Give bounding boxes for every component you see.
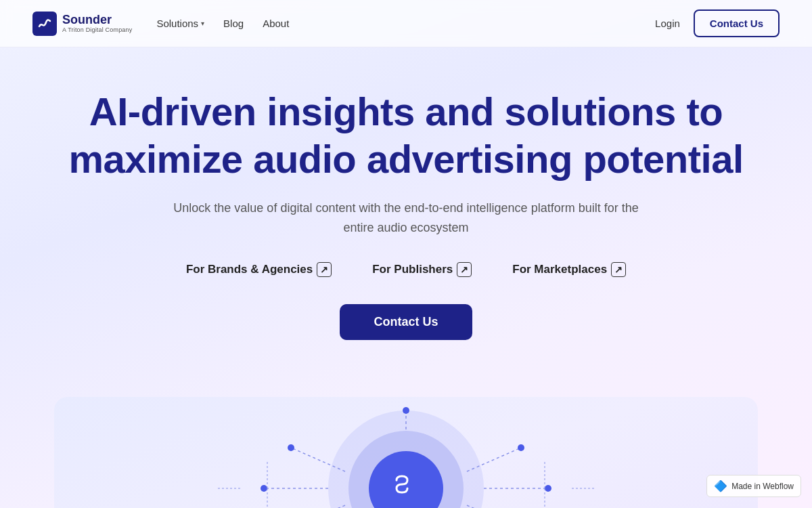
logo-link[interactable]: Sounder A Triton Digital Company <box>32 12 132 36</box>
nav-contact-button[interactable]: Contact Us <box>694 9 780 37</box>
svg-point-23 <box>403 407 409 414</box>
svg-point-7 <box>288 444 294 451</box>
cta-publishers-link[interactable]: For Publishers ↗ <box>372 262 472 277</box>
diagram-section <box>54 397 758 508</box>
logo-name: Sounder <box>62 14 132 27</box>
login-link[interactable]: Login <box>655 18 680 29</box>
cta-brands-label: For Brands & Agencies <box>186 263 313 276</box>
cta-marketplaces-label: For Marketplaces <box>512 263 607 276</box>
cta-links-row: For Brands & Agencies ↗ For Publishers ↗… <box>54 262 758 277</box>
webflow-badge: 🔷 Made in Webflow <box>706 475 801 497</box>
network-diagram <box>135 400 677 508</box>
nav-right: Login Contact Us <box>655 9 780 37</box>
svg-point-13 <box>518 444 524 451</box>
solutions-dropdown-arrow: ▾ <box>201 20 204 27</box>
hero-title-line2: maximize audio advertising potential <box>68 137 743 181</box>
nav-links: Solutions ▾ Blog About <box>156 18 289 29</box>
cta-publishers-label: For Publishers <box>372 263 453 276</box>
publishers-arrow-icon: ↗ <box>457 262 472 277</box>
logo-text: Sounder A Triton Digital Company <box>62 14 132 34</box>
nav-left: Sounder A Triton Digital Company Solutio… <box>32 12 289 36</box>
logo-icon <box>32 12 57 36</box>
hero-title: AI-driven insights and solutions to maxi… <box>54 88 758 182</box>
nav-about[interactable]: About <box>263 18 289 29</box>
hero-contact-button[interactable]: Contact Us <box>340 304 472 340</box>
webflow-badge-label: Made in Webflow <box>731 482 794 491</box>
cta-brands-link[interactable]: For Brands & Agencies ↗ <box>186 262 332 277</box>
svg-point-5 <box>261 485 267 492</box>
nav-blog[interactable]: Blog <box>223 18 244 29</box>
nav-solutions[interactable]: Solutions ▾ <box>156 18 204 29</box>
svg-point-11 <box>545 485 551 492</box>
hero-subtitle: Unlock the value of digital content with… <box>162 198 650 238</box>
logo-subtitle: A Triton Digital Company <box>62 26 132 33</box>
webflow-logo-icon: 🔷 <box>714 480 727 492</box>
hero-section: AI-driven insights and solutions to maxi… <box>0 47 812 397</box>
brands-arrow-icon: ↗ <box>317 262 332 277</box>
navbar: Sounder A Triton Digital Company Solutio… <box>0 0 812 47</box>
hero-title-line1: AI-driven insights and solutions to <box>89 89 723 133</box>
cta-marketplaces-link[interactable]: For Marketplaces ↗ <box>512 262 626 277</box>
marketplaces-arrow-icon: ↗ <box>611 262 626 277</box>
